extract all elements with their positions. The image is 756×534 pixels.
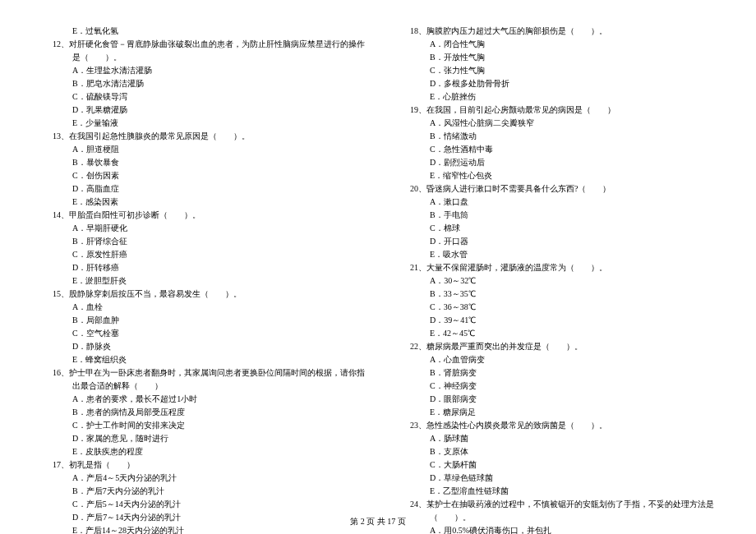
q21-option: C．36～38℃ (390, 301, 723, 314)
page-footer: 第 2 页 共 17 页 (0, 516, 756, 527)
q21-option: E．42～45℃ (390, 327, 723, 340)
q22-option: D．眼部病变 (390, 393, 723, 406)
q12-text: 12、对肝硬化食管－胃底静脉曲张破裂出血的患者，为防止肝性脑病应禁星进行的操作是… (53, 38, 366, 64)
q20-option: E．吸水管 (390, 248, 723, 261)
q20-text: 20、昏迷病人进行漱口时不需要具备什么东西?（ ） (410, 182, 723, 196)
q23-option: C．大肠杆菌 (390, 458, 723, 472)
q22-option: E．糖尿病足 (390, 406, 723, 419)
q15-option: A．血栓 (33, 301, 366, 314)
q19-option: A．风湿性心脏病二尖瓣狭窄 (390, 117, 723, 130)
q23-option: E．乙型溶血性链球菌 (390, 485, 723, 498)
q11-option: E．过氧化氢 (33, 25, 366, 38)
q13-option: D．高脂血症 (33, 182, 366, 196)
q12-option: A．生理盐水清洁灌肠 (33, 64, 366, 77)
q23-option: D．草绿色链球菌 (390, 472, 723, 485)
q20-option: D．开口器 (390, 235, 723, 248)
q17-text: 17、初乳是指（ ） (53, 458, 366, 472)
q14-option: D．肝转移癌 (33, 261, 366, 274)
q15-option: D．静脉炎 (33, 340, 366, 353)
q12-option: B．肥皂水清洁灌肠 (33, 77, 366, 90)
q23-option: A．肠球菌 (390, 432, 723, 445)
q15-option: B．局部血肿 (33, 314, 366, 327)
q20-option: B．手电筒 (390, 209, 723, 222)
q19-option: E．缩窄性心包炎 (390, 169, 723, 182)
q18-option: C．张力性气胸 (390, 64, 723, 77)
q18-option: E．心脏挫伤 (390, 90, 723, 104)
q19-option: B．情绪激动 (390, 130, 723, 143)
q22-option: C．神经病变 (390, 380, 723, 393)
q16-text: 16、护士甲在为一卧床患者翻身时，其家属询问患者更换卧位间隔时间的根据，请你指出… (53, 366, 366, 393)
q17-option: C．产后5～14天内分泌的乳汁 (33, 498, 366, 511)
q14-option: A．早期肝硬化 (33, 222, 366, 235)
q15-option: C．空气栓塞 (33, 327, 366, 340)
q19-text: 19、在我国，目前引起心房颤动最常见的病因是（ ） (410, 104, 723, 117)
q13-option: A．胆道梗阻 (33, 143, 366, 156)
q12-option: D．乳果糖灌肠 (33, 104, 366, 117)
q14-option: E．淤胆型肝炎 (33, 274, 366, 288)
q14-option: C．原发性肝癌 (33, 248, 366, 261)
q15-option: E．蜂窝组织炎 (33, 353, 366, 366)
q16-option: C．护士工作时间的安排来决定 (33, 419, 366, 432)
q13-option: B．暴饮暴食 (33, 156, 366, 169)
q18-option: A．闭合性气胸 (390, 38, 723, 51)
q18-option: B．开放性气胸 (390, 51, 723, 64)
q23-text: 23、急性感染性心内膜炎最常见的致病菌是（ ）。 (410, 419, 723, 432)
q20-option: A．漱口盘 (390, 196, 723, 209)
q22-option: A．心血管病变 (390, 353, 723, 366)
q17-option: A．产后4～5天内分泌的乳汁 (33, 472, 366, 485)
q13-text: 13、在我国引起急性胰腺炎的最常见原因是（ ）。 (53, 130, 366, 143)
q16-option: A．患者的要求，最长不超过1小时 (33, 393, 366, 406)
q17-option: B．产后7天内分泌的乳汁 (33, 485, 366, 498)
q18-text: 18、胸膜腔内压力超过大气压的胸部损伤是（ ）。 (410, 25, 723, 38)
q16-option: B．患者的病情及局部受压程度 (33, 406, 366, 419)
q19-option: D．剧烈运动后 (390, 156, 723, 169)
q12-option: E．少量输液 (33, 117, 366, 130)
q22-text: 22、糖尿病最严重而突出的并发症是（ ）。 (410, 340, 723, 353)
q21-option: A．30～32℃ (390, 274, 723, 288)
left-column: E．过氧化氢 12、对肝硬化食管－胃底静脉曲张破裂出血的患者，为防止肝性脑病应禁… (33, 25, 366, 509)
q20-option: C．棉球 (390, 222, 723, 235)
q14-option: B．肝肾综合征 (33, 235, 366, 248)
q21-option: B．33～35℃ (390, 288, 723, 301)
q19-option: C．急性酒精中毒 (390, 143, 723, 156)
q21-option: D．39～41℃ (390, 314, 723, 327)
q16-option: D．家属的意见，随时进行 (33, 432, 366, 445)
q23-option: B．支原体 (390, 445, 723, 458)
q22-option: B．肾脏病变 (390, 366, 723, 380)
q13-option: C．创伤因素 (33, 169, 366, 182)
right-column: 18、胸膜腔内压力超过大气压的胸部损伤是（ ）。 A．闭合性气胸 B．开放性气胸… (390, 25, 723, 509)
q14-text: 14、甲胎蛋白阳性可初步诊断（ ）。 (53, 209, 366, 222)
q21-text: 21、大量不保留灌肠时，灌肠液的温度常为（ ）。 (410, 261, 723, 274)
q18-option: D．多根多处肋骨骨折 (390, 77, 723, 90)
q15-text: 15、股静脉穿刺后按压不当，最容易发生（ ）。 (53, 288, 366, 301)
q13-option: E．感染因素 (33, 196, 366, 209)
q12-option: C．硫酸镁导泻 (33, 90, 366, 104)
q16-option: E．皮肤疾患的程度 (33, 445, 366, 458)
